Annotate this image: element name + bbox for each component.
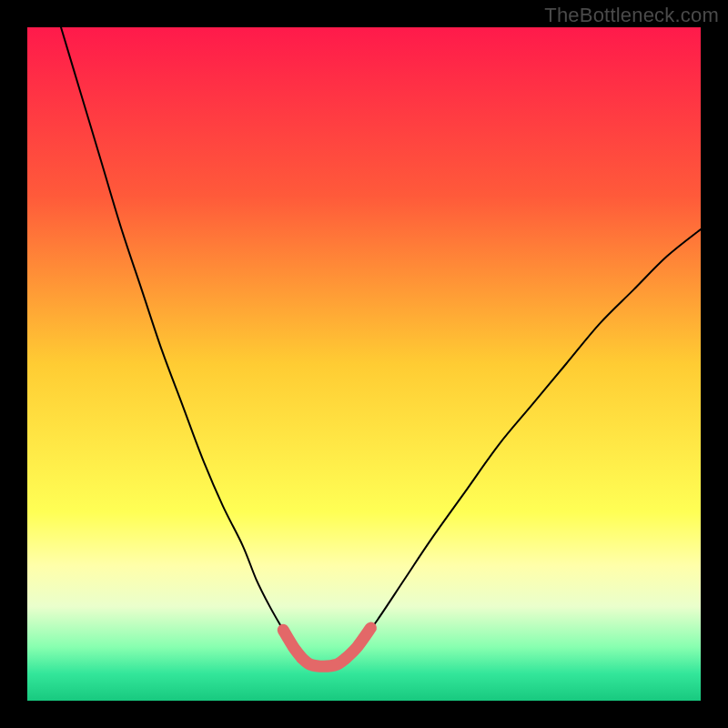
plot-svg: [27, 27, 701, 701]
plot-area: [27, 27, 701, 701]
watermark-text: TheBottleneck.com: [544, 4, 719, 27]
chart-frame: TheBottleneck.com: [0, 0, 728, 728]
gradient-background: [27, 27, 701, 701]
